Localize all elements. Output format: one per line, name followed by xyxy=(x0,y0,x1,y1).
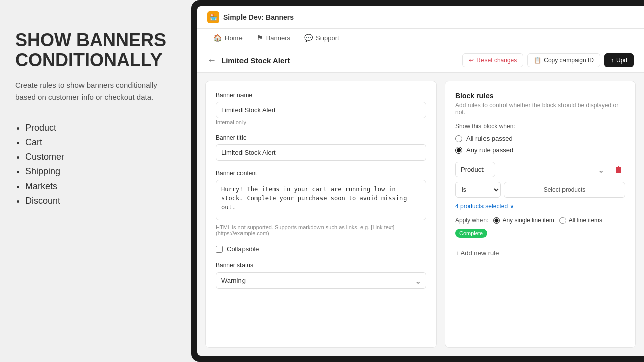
rules-panel: Block rules Add rules to control whether… xyxy=(445,81,636,348)
description: Create rules to show banners conditional… xyxy=(15,80,176,103)
tab-banners-label: Banners xyxy=(266,34,290,42)
rule-condition-row: is is not contains Select products xyxy=(455,182,625,198)
tab-support[interactable]: 💬 Support xyxy=(298,29,345,48)
right-panel: 🏪 Simple Dev: Banners 🏠 Home ⚑ Banners 💬… xyxy=(191,0,644,362)
banner-name-input[interactable] xyxy=(216,102,426,118)
show-when-radio-group: All rules passed Any rule passed xyxy=(455,135,625,154)
page-title: Limited Stock Alert xyxy=(221,56,290,65)
list-item-product: Product xyxy=(25,123,176,133)
banners-icon: ⚑ xyxy=(257,34,263,42)
form-panel: Banner name Internal only Banner title B… xyxy=(205,81,437,348)
app-title: Simple Dev: Banners xyxy=(223,13,294,21)
banner-title-group: Banner title xyxy=(216,134,426,161)
banner-status-select[interactable]: Warning Info Error Success xyxy=(216,272,426,289)
add-rule-label: + Add new rule xyxy=(455,249,499,257)
copy-campaign-id-button[interactable]: 📋 Copy campaign ID xyxy=(527,53,600,67)
copy-icon: 📋 xyxy=(534,57,541,64)
rule-delete-button[interactable]: 🗑 xyxy=(612,163,625,176)
collapsible-group: Collapsible xyxy=(216,245,426,253)
page-header-actions: ↩ Reset changes 📋 Copy campaign ID ↑ Upd xyxy=(462,53,634,67)
back-button[interactable]: ← xyxy=(207,55,216,66)
radio-any-rule-label: Any rule passed xyxy=(466,146,513,154)
radio-any-rule[interactable]: Any rule passed xyxy=(455,146,625,154)
app-header: 🏪 Simple Dev: Banners xyxy=(197,6,644,29)
campaign-label: Copy campaign ID xyxy=(544,57,594,64)
banner-content-group: Banner content Hurry! The items in your … xyxy=(216,170,426,236)
banner-content-textarea[interactable]: Hurry! The items in your cart are runnin… xyxy=(216,180,426,220)
page-header-left: ← Limited Stock Alert xyxy=(207,55,290,66)
banner-name-label: Banner name xyxy=(216,92,426,99)
update-button[interactable]: ↑ Upd xyxy=(604,53,634,67)
list-item-shipping: Shipping xyxy=(25,166,176,177)
banner-title-label: Banner title xyxy=(216,134,426,141)
update-label: Upd xyxy=(616,57,627,64)
tab-support-label: Support xyxy=(316,34,339,42)
app-icon: 🏪 xyxy=(207,11,219,23)
list-item-markets: Markets xyxy=(25,181,176,192)
left-panel: SHOW BANNERS CONDITIONALLY Create rules … xyxy=(0,0,191,362)
condition-select[interactable]: is is not contains xyxy=(455,182,501,198)
heading: SHOW BANNERS CONDITIONALLY xyxy=(15,30,176,70)
apply-radio-all[interactable]: All line items xyxy=(559,217,602,224)
collapsible-label: Collapsible xyxy=(227,245,259,253)
collapsible-checkbox[interactable] xyxy=(216,246,223,253)
tab-home-label: Home xyxy=(225,34,243,42)
select-products-button[interactable]: Select products xyxy=(504,182,625,198)
banner-content-hint: HTML is not supported. Supports markdown… xyxy=(216,224,426,236)
tab-home[interactable]: 🏠 Home xyxy=(207,29,249,48)
rules-title: Block rules xyxy=(455,92,625,100)
tablet-screen: 🏪 Simple Dev: Banners 🏠 Home ⚑ Banners 💬… xyxy=(197,6,644,356)
main-content: Banner name Internal only Banner title B… xyxy=(197,73,644,356)
banner-content-label: Banner content xyxy=(216,170,426,177)
apply-radio-single-input[interactable] xyxy=(493,217,500,224)
products-selected-text: 4 products selected xyxy=(455,203,508,210)
radio-all-rules[interactable]: All rules passed xyxy=(455,135,625,142)
reset-changes-button[interactable]: ↩ Reset changes xyxy=(462,53,523,67)
app-icon-symbol: 🏪 xyxy=(210,14,217,21)
radio-all-rules-label: All rules passed xyxy=(466,135,513,142)
home-icon: 🏠 xyxy=(213,34,222,42)
page-header: ← Limited Stock Alert ↩ Reset changes 📋 … xyxy=(197,48,644,73)
banner-status-wrapper: Warning Info Error Success xyxy=(216,272,426,289)
show-when-label: Show this block when: xyxy=(455,123,625,130)
chevron-down-icon: ∨ xyxy=(510,203,514,210)
apply-single-label: Any single line item xyxy=(502,217,554,224)
products-selected-link[interactable]: 4 products selected ∨ xyxy=(455,203,625,210)
rule-type-wrapper: Product Cart Customer Shipping Markets D… xyxy=(455,162,609,177)
reset-icon: ↩ xyxy=(469,57,474,64)
tab-banners[interactable]: ⚑ Banners xyxy=(251,29,296,48)
apply-radio-single[interactable]: Any single line item xyxy=(493,217,554,224)
banner-name-group: Banner name Internal only xyxy=(216,92,426,125)
add-new-rule-button[interactable]: + Add new rule xyxy=(455,245,625,261)
complete-badge: Complete xyxy=(455,229,487,238)
rule-type-select[interactable]: Product Cart Customer Shipping Markets D… xyxy=(455,162,495,177)
rules-subtitle: Add rules to control whether the block s… xyxy=(455,102,625,116)
nav-tabs: 🏠 Home ⚑ Banners 💬 Support xyxy=(197,29,644,48)
list-item-customer: Customer xyxy=(25,152,176,162)
rule-dropdown: Product Cart Customer Shipping Markets D… xyxy=(455,162,625,177)
apply-all-label: All line items xyxy=(569,217,602,224)
select-products-label: Select products xyxy=(544,186,586,193)
radio-any-rule-input[interactable] xyxy=(455,147,462,154)
banner-name-sublabel: Internal only xyxy=(216,119,426,125)
list-item-cart: Cart xyxy=(25,137,176,148)
apply-when-label: Apply when: xyxy=(455,217,488,224)
feature-list: Product Cart Customer Shipping Markets D… xyxy=(15,123,176,210)
reset-label: Reset changes xyxy=(476,57,517,64)
tablet-frame: 🏪 Simple Dev: Banners 🏠 Home ⚑ Banners 💬… xyxy=(191,0,644,362)
support-icon: 💬 xyxy=(304,34,313,42)
banner-status-label: Banner status xyxy=(216,262,426,269)
banner-title-input[interactable] xyxy=(216,144,426,161)
list-item-discount: Discount xyxy=(25,196,176,206)
apply-when-row: Apply when: Any single line item All lin… xyxy=(455,217,625,238)
apply-radio-all-input[interactable] xyxy=(559,217,566,224)
radio-all-rules-input[interactable] xyxy=(455,135,462,142)
update-icon: ↑ xyxy=(611,57,614,64)
banner-status-group: Banner status Warning Info Error Success xyxy=(216,262,426,289)
